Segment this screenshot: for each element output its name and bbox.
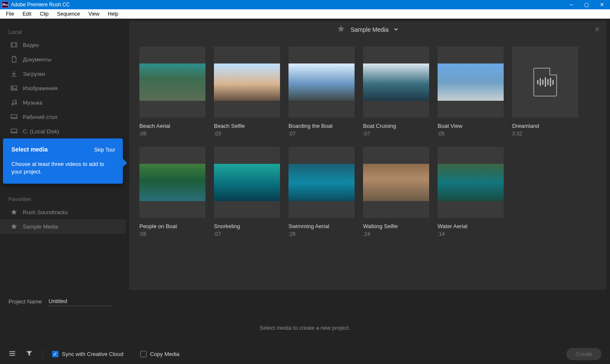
media-thumbnail bbox=[214, 147, 280, 218]
media-duration: :14 bbox=[438, 231, 504, 237]
media-duration: :03 bbox=[214, 131, 280, 137]
sidebar-item-label: Рабочий стол bbox=[23, 114, 58, 120]
sidebar-item-desktop[interactable]: Рабочий стол bbox=[0, 110, 126, 124]
media-duration: :24 bbox=[363, 231, 429, 237]
media-title: Water Aerial bbox=[438, 223, 504, 229]
media-thumbnail bbox=[288, 47, 355, 118]
media-thumbnail bbox=[438, 147, 504, 218]
disk-icon bbox=[10, 128, 18, 135]
star-icon bbox=[337, 25, 345, 34]
media-duration: :07 bbox=[363, 131, 429, 137]
sidebar-item-label: Видео bbox=[23, 42, 39, 48]
media-duration: :26 bbox=[288, 231, 355, 237]
menu-bar: File Edit Clip Sequence View Help bbox=[0, 9, 610, 19]
sidebar-item-video[interactable]: Видео bbox=[0, 38, 126, 52]
media-item[interactable]: Beach Selfie:03 bbox=[214, 47, 280, 137]
media-title: Swimming Aerial bbox=[288, 223, 355, 229]
copy-media-checkbox[interactable]: Copy Media bbox=[140, 351, 179, 357]
tour-body: Choose at least three videos to add to y… bbox=[11, 160, 115, 175]
media-title: Boat View bbox=[438, 123, 504, 129]
sync-cloud-checkbox[interactable]: ✓ Sync with Creative Cloud bbox=[52, 351, 123, 357]
media-item[interactable]: Swimming Aerial:26 bbox=[288, 147, 355, 237]
bottom-bar: Project Name Select media to create a ne… bbox=[0, 290, 610, 364]
video-preview bbox=[214, 164, 280, 201]
svg-point-6 bbox=[15, 102, 17, 104]
media-title: Dreamland bbox=[512, 123, 578, 129]
video-preview bbox=[363, 63, 429, 101]
media-item[interactable]: Dreamland3:32 bbox=[512, 47, 578, 137]
sidebar-item-downloads[interactable]: Загрузки bbox=[0, 66, 126, 81]
menu-view[interactable]: View bbox=[84, 10, 104, 18]
music-icon bbox=[10, 99, 18, 106]
media-title: Beach Selfie bbox=[214, 123, 280, 129]
menu-clip[interactable]: Clip bbox=[36, 10, 53, 18]
sidebar-item-label: C: (Local Disk) bbox=[23, 128, 59, 135]
sync-cloud-label: Sync with Creative Cloud bbox=[62, 351, 123, 357]
media-title: Snorkeling bbox=[214, 223, 280, 229]
media-item[interactable]: People on Boat:05 bbox=[139, 147, 205, 237]
window-maximize-button[interactable]: ▢ bbox=[584, 2, 589, 8]
project-name-input[interactable] bbox=[48, 297, 111, 306]
video-preview bbox=[288, 63, 355, 101]
media-duration: :06 bbox=[139, 131, 205, 137]
media-item[interactable]: Boat Cruising:07 bbox=[363, 47, 429, 137]
desktop-icon bbox=[10, 113, 18, 120]
empty-state-hint: Select media to create a new project. bbox=[0, 306, 610, 331]
star-icon bbox=[10, 223, 18, 230]
window-close-button[interactable]: ✕ bbox=[600, 2, 604, 8]
folder-dropdown[interactable]: Sample Media bbox=[351, 26, 399, 33]
sidebar-item-label: Sample Media bbox=[23, 223, 58, 230]
filter-icon[interactable] bbox=[25, 350, 33, 358]
tour-skip-button[interactable]: Skip Tour bbox=[94, 147, 115, 153]
sidebar-item-images[interactable]: Изображения bbox=[0, 81, 126, 95]
panel-close-button[interactable]: ✕ bbox=[594, 25, 600, 33]
audio-file-icon bbox=[533, 68, 557, 97]
media-item[interactable]: Boarding the Boat:07 bbox=[288, 47, 355, 137]
tour-tooltip: Select media Skip Tour Choose at least t… bbox=[3, 138, 123, 184]
media-duration: :05 bbox=[438, 131, 504, 137]
star-icon bbox=[10, 209, 18, 215]
sidebar-item-music[interactable]: Музыка bbox=[0, 95, 126, 110]
sidebar-item-local-disk[interactable]: C: (Local Disk) bbox=[0, 124, 126, 138]
media-item[interactable]: Water Aerial:14 bbox=[438, 147, 504, 237]
sidebar-item-documents[interactable]: Документы bbox=[0, 52, 126, 66]
media-thumbnail bbox=[363, 147, 429, 218]
media-item[interactable]: Snorkeling:07 bbox=[214, 147, 280, 237]
media-thumbnail bbox=[438, 47, 504, 118]
download-icon bbox=[10, 70, 18, 77]
folder-dropdown-label: Sample Media bbox=[351, 26, 389, 33]
media-item[interactable]: Walking Selfie:24 bbox=[363, 147, 429, 237]
sidebar-item-label: Музыка bbox=[23, 99, 42, 106]
media-thumbnail bbox=[139, 47, 205, 118]
create-button[interactable]: Create bbox=[566, 348, 602, 360]
menu-help[interactable]: Help bbox=[104, 10, 123, 18]
media-title: Boarding the Boat bbox=[288, 123, 355, 129]
chevron-down-icon bbox=[394, 26, 399, 33]
window-minimize-button[interactable]: ─ bbox=[569, 2, 573, 8]
image-icon bbox=[10, 85, 18, 91]
sidebar-item-rush-soundtracks[interactable]: Rush Soundtracks bbox=[0, 205, 126, 219]
media-thumbnail bbox=[288, 147, 355, 218]
svg-rect-0 bbox=[11, 43, 17, 47]
media-item[interactable]: Boat View:05 bbox=[438, 47, 504, 137]
video-preview bbox=[363, 164, 429, 201]
sidebar-item-sample-media[interactable]: Sample Media bbox=[0, 219, 126, 234]
video-preview bbox=[139, 63, 205, 101]
svg-point-5 bbox=[12, 103, 14, 105]
app-icon: Ru bbox=[2, 1, 8, 8]
media-item[interactable]: Beach Aerial:06 bbox=[139, 47, 205, 137]
sidebar-item-label: Rush Soundtracks bbox=[23, 209, 68, 215]
menu-sequence[interactable]: Sequence bbox=[53, 10, 84, 18]
menu-edit[interactable]: Edit bbox=[18, 10, 36, 18]
tour-title: Select media bbox=[11, 146, 48, 153]
media-duration: :07 bbox=[214, 231, 280, 237]
menu-file[interactable]: File bbox=[2, 10, 18, 18]
list-view-icon[interactable] bbox=[8, 350, 16, 358]
document-icon bbox=[10, 56, 18, 63]
media-thumbnail bbox=[214, 47, 280, 118]
film-icon bbox=[10, 41, 18, 48]
checkbox-checked-icon: ✓ bbox=[52, 351, 58, 357]
sidebar-section-favorites: Favorites bbox=[0, 193, 126, 205]
media-duration: 3:32 bbox=[512, 131, 578, 137]
video-preview bbox=[438, 164, 504, 201]
